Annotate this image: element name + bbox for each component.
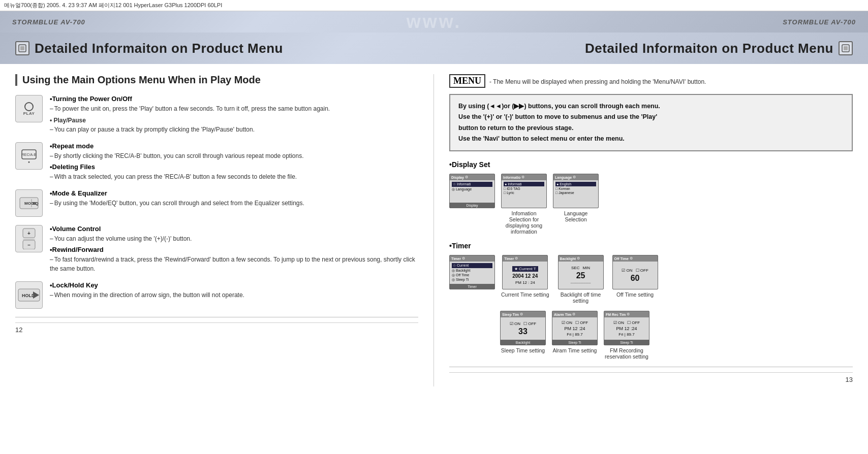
feature-text-repeat: •Repeat mode –By shortly clicking the 'R… — [50, 142, 418, 181]
section-title-left: Detailed Informaiton on Product Menu — [15, 41, 283, 56]
display-lang-thumb: Language ⚙ ● English □ Korean □ Japanese — [553, 174, 599, 208]
menu-section-header: MENU - The Menu will be displayed when p… — [449, 74, 853, 88]
feature-icon-volume: + – — [15, 225, 43, 252]
timer-offtime-label: Off Time setting — [616, 291, 654, 298]
display-main-thumb: Display ⚙ ☆ Informati ◎ Language Display — [449, 174, 495, 208]
repeat-desc: –By shortly clicking the 'REC/A-B' butto… — [50, 151, 418, 160]
display-set-heading: •Display Set — [449, 160, 853, 169]
brand-right: STORMBLUE AV-700 — [783, 18, 856, 26]
feature-text-mode: •Mode & Equalizer –By using the 'Mode/EQ… — [50, 189, 418, 208]
timer-screens-row1: Timer ⚙ ☆ Current ◎ Backlight ◎ Off Time… — [449, 255, 853, 304]
feature-text-power: •Turning the Power On/Off –To power the … — [50, 95, 418, 134]
display-info-item: Informatio ⚙ ● Informati □ ID3 TAG □ Lyr… — [501, 174, 547, 235]
left-column: Using the Main Options Menu When in Play… — [15, 74, 434, 386]
menu-keyword: MENU — [449, 74, 485, 88]
feature-mode: MODE EQ •Mode & Equalizer –By using the … — [15, 189, 418, 217]
volume-title: •Volume Control — [50, 225, 418, 233]
timer-screens-row2: Sleep Tim ⚙ ☑ ON☐ OFF 33 Backlight Sleep… — [500, 311, 853, 360]
info-line-2: Use the '(+)' or '(-)' button to move to… — [458, 112, 844, 122]
display-lang-label: LanguageSelection — [564, 210, 588, 222]
timer-offtime-thumb: Off Time ⚙ ☑ ON☐ OFF 60 — [612, 255, 658, 289]
brand-left: STORMBLUE AV-700 — [12, 18, 85, 26]
print-bar-text: 메뉴얼700(종합) 2005. 4. 23 9:37 AM 페이지12 001… — [4, 2, 222, 9]
page-number-left: 12 — [15, 322, 418, 337]
feature-icon-power: PLAY — [15, 95, 43, 122]
timer-backlight-thumb: Backlight ⚙ SECMIN 25 ──────── — [558, 255, 604, 289]
hold-desc: –When moving in the direction of arrow s… — [50, 290, 418, 300]
volume-desc: –You can adjust the volume using the '(+… — [50, 234, 418, 243]
timer-sleep-label: Sleep Time setting — [501, 347, 545, 353]
timer-sleep-thumb: Sleep Tim ⚙ ☑ ON☐ OFF 33 Backlight — [500, 311, 546, 345]
timer-heading: •Timer — [449, 242, 853, 250]
feature-volume: + – •Volume Control –You can adjust the … — [15, 225, 418, 273]
play-icon-label: PLAY — [23, 111, 35, 116]
left-heading: Using the Main Options Menu When in Play… — [15, 74, 418, 86]
timer-fmrec-label: FM Recordingreservation setting — [605, 347, 648, 360]
info-line-3: button to return to the previous stage. — [458, 123, 844, 134]
timer-current-item: Timer ⚙ ★ Current T 2004 12 24 PM 12 : 2… — [501, 255, 549, 298]
feature-power: PLAY •Turning the Power On/Off –To power… — [15, 95, 418, 134]
hold-title: •Lock/Hold Key — [50, 281, 418, 289]
page-number-right: 13 — [449, 372, 853, 386]
repeat-title: •Repeat mode — [50, 142, 418, 150]
power-desc: –To power the unit on, press the 'Play' … — [50, 104, 418, 113]
section-title-icon-right — [839, 41, 853, 55]
mode-title: •Mode & Equalizer — [50, 189, 418, 197]
info-line-4: Use the 'Navi' button to select menu or … — [458, 134, 844, 144]
svg-text:REC/A-B: REC/A-B — [22, 153, 37, 156]
info-line-1: By using (◄◄)or (▶▶) buttons, you can sc… — [458, 101, 844, 112]
feature-icon-mode: MODE EQ — [15, 189, 43, 217]
timer-fmrec-thumb: FM Rec Tim ⚙ ☑ ON☐ OFF PM 12 :24 Fri | 8… — [604, 311, 649, 345]
section-title-icon-left — [15, 41, 29, 55]
svg-text:EQ: EQ — [33, 201, 39, 206]
section-title-bar: Detailed Informaiton on Product Menu Det… — [0, 33, 868, 64]
timer-sleep-item: Sleep Tim ⚙ ☑ ON☐ OFF 33 Backlight Sleep… — [500, 311, 546, 353]
timer-offtime-item: Off Time ⚙ ☑ ON☐ OFF 60 Off Time setting — [612, 255, 658, 298]
main-content: Using the Main Options Menu When in Play… — [0, 64, 868, 397]
delete-desc: –With a track selected, you can press th… — [50, 172, 418, 181]
playpause-desc: –You can play or pause a track by prompt… — [50, 125, 418, 134]
feature-repeat: REC/A-B ● •Repeat mode –By shortly click… — [15, 142, 418, 181]
mode-desc: –By using the 'Mode/EQ' button, you can … — [50, 199, 418, 208]
svg-text:+: + — [27, 231, 30, 236]
playpause-title: • Play/Pause — [50, 116, 418, 125]
timer-current-label: Current Time setting — [501, 291, 549, 298]
timer-alarm-thumb: Alarm Tim ⚙ ☑ ON☐ OFF PM 12 :24 Fri | 89… — [552, 311, 598, 345]
display-main-item: Display ⚙ ☆ Informati ◎ Language Display — [449, 174, 495, 208]
section-title-text-right: Detailed Informaiton on Product Menu — [585, 41, 833, 56]
svg-text:–: – — [27, 242, 30, 248]
timer-alarm-label: Alram Time setting — [553, 347, 597, 353]
power-title: •Turning the Power On/Off — [50, 95, 418, 103]
feature-icon-hold: HOLD — [15, 281, 43, 309]
recab-icon-label: ● — [28, 160, 30, 164]
rewind-desc: –To fast forward/rewind a track, press t… — [50, 255, 418, 273]
timer-current-thumb: Timer ⚙ ★ Current T 2004 12 24 PM 12 : 2… — [502, 255, 548, 289]
display-set-screens: Display ⚙ ☆ Informati ◎ Language Display — [449, 174, 853, 235]
timer-alarm-item: Alarm Tim ⚙ ☑ ON☐ OFF PM 12 :24 Fri | 89… — [552, 311, 598, 353]
svg-rect-1 — [20, 46, 24, 50]
timer-fmrec-item: FM Rec Tim ⚙ ☑ ON☐ OFF PM 12 :24 Fri | 8… — [604, 311, 649, 360]
timer-backlight-item: Backlight ⚙ SECMIN 25 ──────── Backlight… — [555, 255, 606, 304]
right-column: MENU - The Menu will be displayed when p… — [434, 74, 853, 386]
feature-icon-repeat: REC/A-B ● — [15, 142, 43, 170]
feature-text-volume: •Volume Control –You can adjust the volu… — [50, 225, 418, 273]
display-info-label: InfomationSelection fordisplaying songin… — [506, 210, 542, 235]
feature-hold: HOLD •Lock/Hold Key –When moving in the … — [15, 281, 418, 309]
section-title-text-left: Detailed Informaiton on Product Menu — [35, 41, 283, 56]
svg-rect-3 — [844, 46, 848, 50]
info-box: By using (◄◄)or (▶▶) buttons, you can sc… — [449, 94, 853, 151]
timer-main-thumb: Timer ⚙ ☆ Current ◎ Backlight ◎ Off Time… — [449, 255, 495, 289]
print-bar: 메뉴얼700(종합) 2005. 4. 23 9:37 AM 페이지12 001… — [0, 0, 868, 11]
feature-text-hold: •Lock/Hold Key –When moving in the direc… — [50, 281, 418, 300]
timer-backlight-label: Backlight off time setting — [555, 291, 606, 304]
menu-desc: - The Menu will be displayed when pressi… — [489, 78, 706, 85]
timer-main-item: Timer ⚙ ☆ Current ◎ Backlight ◎ Off Time… — [449, 255, 495, 289]
delete-title: •Deleting Files — [50, 163, 418, 171]
section-title-right: Detailed Informaiton on Product Menu — [585, 41, 853, 56]
brand-watermark: www. — [407, 11, 462, 33]
brand-header: STORMBLUE AV-700 www. STORMBLUE AV-700 — [0, 11, 868, 33]
display-lang-item: Language ⚙ ● English □ Korean □ Japanese… — [553, 174, 599, 222]
display-info-thumb: Informatio ⚙ ● Informati □ ID3 TAG □ Lyr… — [501, 174, 547, 208]
rewind-title: •Rewind/Forward — [50, 246, 418, 253]
